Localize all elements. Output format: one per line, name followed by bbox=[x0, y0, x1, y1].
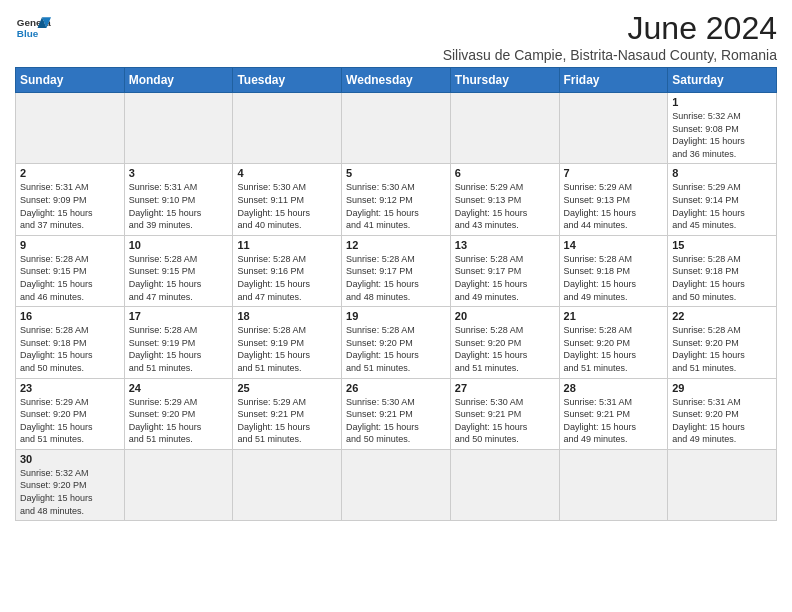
calendar-cell bbox=[342, 93, 451, 164]
calendar-cell: 22Sunrise: 5:28 AM Sunset: 9:20 PM Dayli… bbox=[668, 307, 777, 378]
calendar-cell bbox=[450, 93, 559, 164]
day-info: Sunrise: 5:28 AM Sunset: 9:15 PM Dayligh… bbox=[20, 253, 120, 303]
day-number: 3 bbox=[129, 167, 229, 179]
calendar-row: 1Sunrise: 5:32 AM Sunset: 9:08 PM Daylig… bbox=[16, 93, 777, 164]
calendar-cell: 17Sunrise: 5:28 AM Sunset: 9:19 PM Dayli… bbox=[124, 307, 233, 378]
calendar-cell: 15Sunrise: 5:28 AM Sunset: 9:18 PM Dayli… bbox=[668, 235, 777, 306]
calendar-cell: 24Sunrise: 5:29 AM Sunset: 9:20 PM Dayli… bbox=[124, 378, 233, 449]
day-info: Sunrise: 5:29 AM Sunset: 9:20 PM Dayligh… bbox=[20, 396, 120, 446]
day-number: 4 bbox=[237, 167, 337, 179]
calendar-cell bbox=[559, 449, 668, 520]
calendar-cell: 30Sunrise: 5:32 AM Sunset: 9:20 PM Dayli… bbox=[16, 449, 125, 520]
day-number: 8 bbox=[672, 167, 772, 179]
weekday-header-cell: Thursday bbox=[450, 68, 559, 93]
day-info: Sunrise: 5:28 AM Sunset: 9:20 PM Dayligh… bbox=[346, 324, 446, 374]
day-info: Sunrise: 5:31 AM Sunset: 9:21 PM Dayligh… bbox=[564, 396, 664, 446]
day-info: Sunrise: 5:29 AM Sunset: 9:13 PM Dayligh… bbox=[564, 181, 664, 231]
day-number: 9 bbox=[20, 239, 120, 251]
day-number: 28 bbox=[564, 382, 664, 394]
day-number: 23 bbox=[20, 382, 120, 394]
day-number: 7 bbox=[564, 167, 664, 179]
calendar-row: 16Sunrise: 5:28 AM Sunset: 9:18 PM Dayli… bbox=[16, 307, 777, 378]
calendar-cell bbox=[16, 93, 125, 164]
day-info: Sunrise: 5:28 AM Sunset: 9:20 PM Dayligh… bbox=[672, 324, 772, 374]
day-number: 29 bbox=[672, 382, 772, 394]
day-number: 25 bbox=[237, 382, 337, 394]
day-number: 6 bbox=[455, 167, 555, 179]
calendar-row: 23Sunrise: 5:29 AM Sunset: 9:20 PM Dayli… bbox=[16, 378, 777, 449]
title-block: June 2024 Silivasu de Campie, Bistrita-N… bbox=[443, 10, 777, 63]
day-number: 16 bbox=[20, 310, 120, 322]
day-number: 27 bbox=[455, 382, 555, 394]
calendar-cell: 25Sunrise: 5:29 AM Sunset: 9:21 PM Dayli… bbox=[233, 378, 342, 449]
day-number: 14 bbox=[564, 239, 664, 251]
day-number: 2 bbox=[20, 167, 120, 179]
day-info: Sunrise: 5:28 AM Sunset: 9:16 PM Dayligh… bbox=[237, 253, 337, 303]
day-number: 24 bbox=[129, 382, 229, 394]
calendar-cell: 6Sunrise: 5:29 AM Sunset: 9:13 PM Daylig… bbox=[450, 164, 559, 235]
calendar-cell: 14Sunrise: 5:28 AM Sunset: 9:18 PM Dayli… bbox=[559, 235, 668, 306]
day-info: Sunrise: 5:28 AM Sunset: 9:18 PM Dayligh… bbox=[672, 253, 772, 303]
day-info: Sunrise: 5:32 AM Sunset: 9:08 PM Dayligh… bbox=[672, 110, 772, 160]
day-number: 10 bbox=[129, 239, 229, 251]
calendar-cell bbox=[342, 449, 451, 520]
calendar-cell: 1Sunrise: 5:32 AM Sunset: 9:08 PM Daylig… bbox=[668, 93, 777, 164]
calendar-row: 2Sunrise: 5:31 AM Sunset: 9:09 PM Daylig… bbox=[16, 164, 777, 235]
day-info: Sunrise: 5:29 AM Sunset: 9:13 PM Dayligh… bbox=[455, 181, 555, 231]
day-info: Sunrise: 5:32 AM Sunset: 9:20 PM Dayligh… bbox=[20, 467, 120, 517]
day-number: 1 bbox=[672, 96, 772, 108]
location-subtitle: Silivasu de Campie, Bistrita-Nasaud Coun… bbox=[443, 47, 777, 63]
day-info: Sunrise: 5:28 AM Sunset: 9:20 PM Dayligh… bbox=[455, 324, 555, 374]
calendar-cell: 19Sunrise: 5:28 AM Sunset: 9:20 PM Dayli… bbox=[342, 307, 451, 378]
day-info: Sunrise: 5:31 AM Sunset: 9:09 PM Dayligh… bbox=[20, 181, 120, 231]
month-year-title: June 2024 bbox=[443, 10, 777, 47]
calendar-cell: 7Sunrise: 5:29 AM Sunset: 9:13 PM Daylig… bbox=[559, 164, 668, 235]
day-number: 19 bbox=[346, 310, 446, 322]
calendar-cell bbox=[668, 449, 777, 520]
calendar-cell: 10Sunrise: 5:28 AM Sunset: 9:15 PM Dayli… bbox=[124, 235, 233, 306]
day-info: Sunrise: 5:28 AM Sunset: 9:17 PM Dayligh… bbox=[455, 253, 555, 303]
day-info: Sunrise: 5:28 AM Sunset: 9:18 PM Dayligh… bbox=[20, 324, 120, 374]
logo-icon: General Blue bbox=[15, 10, 51, 46]
header: General Blue June 2024 Silivasu de Campi… bbox=[15, 10, 777, 63]
day-number: 21 bbox=[564, 310, 664, 322]
calendar-cell: 5Sunrise: 5:30 AM Sunset: 9:12 PM Daylig… bbox=[342, 164, 451, 235]
calendar-cell: 4Sunrise: 5:30 AM Sunset: 9:11 PM Daylig… bbox=[233, 164, 342, 235]
calendar-table: SundayMondayTuesdayWednesdayThursdayFrid… bbox=[15, 67, 777, 521]
day-number: 17 bbox=[129, 310, 229, 322]
calendar-cell bbox=[124, 93, 233, 164]
calendar-cell: 23Sunrise: 5:29 AM Sunset: 9:20 PM Dayli… bbox=[16, 378, 125, 449]
calendar-cell: 9Sunrise: 5:28 AM Sunset: 9:15 PM Daylig… bbox=[16, 235, 125, 306]
day-info: Sunrise: 5:28 AM Sunset: 9:20 PM Dayligh… bbox=[564, 324, 664, 374]
calendar-cell: 2Sunrise: 5:31 AM Sunset: 9:09 PM Daylig… bbox=[16, 164, 125, 235]
weekday-header-cell: Wednesday bbox=[342, 68, 451, 93]
calendar-cell: 12Sunrise: 5:28 AM Sunset: 9:17 PM Dayli… bbox=[342, 235, 451, 306]
calendar-row: 30Sunrise: 5:32 AM Sunset: 9:20 PM Dayli… bbox=[16, 449, 777, 520]
day-info: Sunrise: 5:30 AM Sunset: 9:12 PM Dayligh… bbox=[346, 181, 446, 231]
day-info: Sunrise: 5:31 AM Sunset: 9:20 PM Dayligh… bbox=[672, 396, 772, 446]
calendar-cell: 3Sunrise: 5:31 AM Sunset: 9:10 PM Daylig… bbox=[124, 164, 233, 235]
weekday-header-row: SundayMondayTuesdayWednesdayThursdayFrid… bbox=[16, 68, 777, 93]
logo: General Blue bbox=[15, 10, 51, 46]
calendar-cell bbox=[124, 449, 233, 520]
day-info: Sunrise: 5:28 AM Sunset: 9:19 PM Dayligh… bbox=[237, 324, 337, 374]
calendar-cell: 13Sunrise: 5:28 AM Sunset: 9:17 PM Dayli… bbox=[450, 235, 559, 306]
day-info: Sunrise: 5:31 AM Sunset: 9:10 PM Dayligh… bbox=[129, 181, 229, 231]
calendar-cell: 20Sunrise: 5:28 AM Sunset: 9:20 PM Dayli… bbox=[450, 307, 559, 378]
calendar-cell: 16Sunrise: 5:28 AM Sunset: 9:18 PM Dayli… bbox=[16, 307, 125, 378]
day-info: Sunrise: 5:29 AM Sunset: 9:14 PM Dayligh… bbox=[672, 181, 772, 231]
day-info: Sunrise: 5:28 AM Sunset: 9:17 PM Dayligh… bbox=[346, 253, 446, 303]
calendar-cell: 18Sunrise: 5:28 AM Sunset: 9:19 PM Dayli… bbox=[233, 307, 342, 378]
day-number: 12 bbox=[346, 239, 446, 251]
calendar-row: 9Sunrise: 5:28 AM Sunset: 9:15 PM Daylig… bbox=[16, 235, 777, 306]
calendar-cell bbox=[233, 449, 342, 520]
day-info: Sunrise: 5:30 AM Sunset: 9:21 PM Dayligh… bbox=[455, 396, 555, 446]
day-info: Sunrise: 5:29 AM Sunset: 9:21 PM Dayligh… bbox=[237, 396, 337, 446]
day-number: 22 bbox=[672, 310, 772, 322]
weekday-header-cell: Tuesday bbox=[233, 68, 342, 93]
day-info: Sunrise: 5:28 AM Sunset: 9:15 PM Dayligh… bbox=[129, 253, 229, 303]
calendar-cell: 8Sunrise: 5:29 AM Sunset: 9:14 PM Daylig… bbox=[668, 164, 777, 235]
svg-text:Blue: Blue bbox=[17, 28, 39, 39]
day-number: 20 bbox=[455, 310, 555, 322]
calendar-cell bbox=[233, 93, 342, 164]
